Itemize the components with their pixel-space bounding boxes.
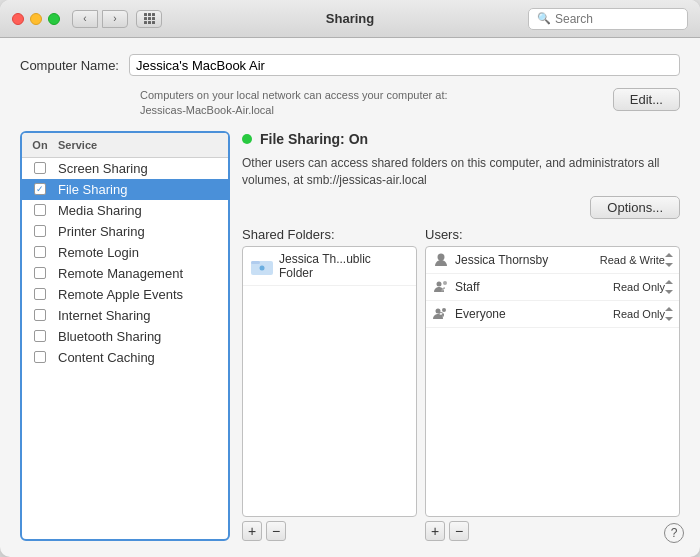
remote-management-checkbox-cell [22,267,58,279]
remote-apple-events-checkbox[interactable] [34,288,46,300]
help-button[interactable]: ? [664,523,684,543]
service-item-bluetooth-sharing[interactable]: Bluetooth Sharing [22,326,228,347]
svg-point-3 [438,254,445,261]
sub-info-row: Computers on your local network can acce… [20,88,680,119]
stepper-down-icon [665,290,673,294]
user-permission-everyone: Read Only [613,308,665,320]
remote-management-checkbox[interactable] [34,267,46,279]
content-caching-checkbox[interactable] [34,351,46,363]
close-button[interactable] [12,13,24,25]
everyone-icon [432,305,450,323]
search-icon: 🔍 [537,12,551,25]
services-panel: On Service Screen Sharing [20,131,230,541]
list-item[interactable]: Jessica Thornsby Read & Write [426,247,679,274]
list-item[interactable]: Staff Read Only [426,274,679,301]
screen-sharing-label: Screen Sharing [58,161,228,176]
edit-button[interactable]: Edit... [613,88,680,111]
users-list: Jessica Thornsby Read & Write [425,246,680,517]
back-button[interactable]: ‹ [72,10,98,28]
service-item-media-sharing[interactable]: Media Sharing [22,200,228,221]
file-sharing-checkbox[interactable]: ✓ [34,183,46,195]
window-title: Sharing [326,11,374,26]
list-item[interactable]: Everyone Read Only [426,301,679,328]
user-name-everyone: Everyone [455,307,613,321]
printer-sharing-checkbox-cell [22,225,58,237]
right-panel: File Sharing: On Other users can access … [242,131,680,541]
svg-rect-1 [251,261,260,264]
sub-info-text: Computers on your local network can acce… [140,88,448,119]
folder-name: Jessica Th...ublic Folder [279,252,408,280]
svg-point-7 [442,308,446,312]
search-input[interactable] [555,12,679,26]
add-user-button[interactable]: + [425,521,445,541]
bluetooth-sharing-checkbox[interactable] [34,330,46,342]
remote-login-checkbox-cell [22,246,58,258]
service-item-internet-sharing[interactable]: Internet Sharing [22,305,228,326]
shared-folders-col: Shared Folders: [242,227,417,541]
list-item[interactable]: Jessica Th...ublic Folder [243,247,416,286]
window-content: Computer Name: Computers on your local n… [0,38,700,557]
remove-folder-button[interactable]: − [266,521,286,541]
computer-name-row: Computer Name: [20,54,680,76]
folder-controls: + − [242,521,417,541]
single-user-icon [433,252,449,268]
remote-login-checkbox[interactable] [34,246,46,258]
forward-button[interactable]: › [102,10,128,28]
status-desc: Other users can access shared folders on… [242,155,680,189]
grid-view-button[interactable] [136,10,162,28]
remote-management-label: Remote Management [58,266,228,281]
remote-login-label: Remote Login [58,245,228,260]
add-folder-button[interactable]: + [242,521,262,541]
stepper-up-icon [665,253,673,257]
svg-point-2 [260,265,265,270]
internet-sharing-checkbox[interactable] [34,309,46,321]
internet-sharing-label: Internet Sharing [58,308,228,323]
users-col: Users: [425,227,680,541]
remove-user-button[interactable]: − [449,521,469,541]
svg-point-4 [437,282,442,287]
nav-buttons: ‹ › [72,10,128,28]
main-panels: On Service Screen Sharing [20,131,680,541]
permission-stepper-staff[interactable] [665,280,673,294]
user-permission-staff: Read Only [613,281,665,293]
sharing-columns: Shared Folders: [242,227,680,541]
computer-name-label: Computer Name: [20,58,119,73]
computer-name-input[interactable] [129,54,680,76]
minimize-button[interactable] [30,13,42,25]
shared-folders-label: Shared Folders: [242,227,417,242]
options-button[interactable]: Options... [590,196,680,219]
service-item-remote-login[interactable]: Remote Login [22,242,228,263]
screen-sharing-checkbox[interactable] [34,162,46,174]
bluetooth-sharing-checkbox-cell [22,330,58,342]
staff-icon [432,278,450,296]
grid-icon [144,13,155,24]
maximize-button[interactable] [48,13,60,25]
media-sharing-label: Media Sharing [58,203,228,218]
media-sharing-checkbox[interactable] [34,204,46,216]
file-sharing-checkbox-cell: ✓ [22,183,58,195]
folder-list: Jessica Th...ublic Folder [242,246,417,517]
permission-stepper-jessica[interactable] [665,253,673,267]
users-label: Users: [425,227,680,242]
permission-stepper-everyone[interactable] [665,307,673,321]
stepper-up-icon [665,307,673,311]
services-list: Screen Sharing ✓ File Sharing [22,158,228,539]
content-caching-checkbox-cell [22,351,58,363]
service-item-remote-apple-events[interactable]: Remote Apple Events [22,284,228,305]
user-name-jessica: Jessica Thornsby [455,253,600,267]
content-caching-label: Content Caching [58,350,228,365]
media-sharing-checkbox-cell [22,204,58,216]
service-item-content-caching[interactable]: Content Caching [22,347,228,368]
traffic-lights [12,13,60,25]
search-box[interactable]: 🔍 [528,8,688,30]
services-header-on-label: On [22,137,58,153]
service-item-remote-management[interactable]: Remote Management [22,263,228,284]
service-item-printer-sharing[interactable]: Printer Sharing [22,221,228,242]
remote-apple-events-label: Remote Apple Events [58,287,228,302]
status-row: File Sharing: On [242,131,680,147]
svg-point-5 [443,281,447,285]
service-item-file-sharing[interactable]: ✓ File Sharing [22,179,228,200]
service-item-screen-sharing[interactable]: Screen Sharing [22,158,228,179]
user-icon [432,251,450,269]
printer-sharing-checkbox[interactable] [34,225,46,237]
